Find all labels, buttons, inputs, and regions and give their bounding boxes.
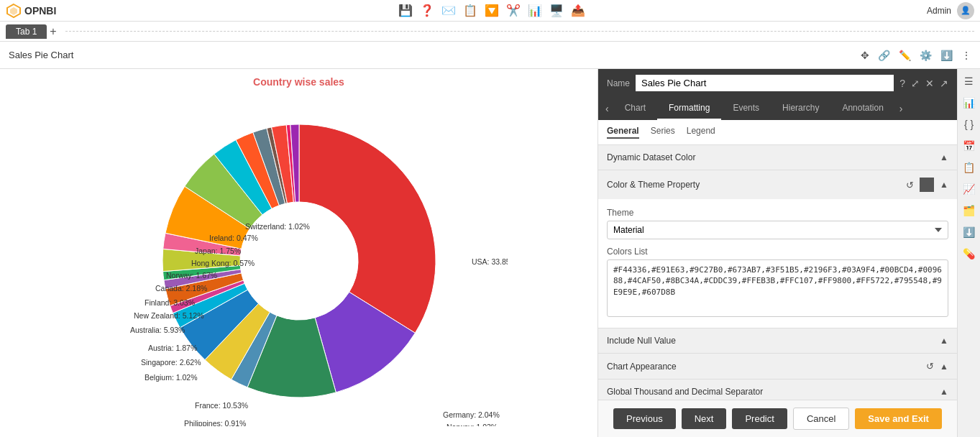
edit-icon[interactable]: ✏️ <box>899 50 911 61</box>
top-bar-right: Admin 👤 <box>927 2 974 19</box>
filter-icon[interactable]: 🔽 <box>485 4 499 17</box>
chart-appearance-refresh-icon[interactable]: ↺ <box>926 361 934 372</box>
panel-name-label: Name <box>607 78 630 88</box>
label-austria: Austria: 1.87% <box>148 344 197 352</box>
subtab-general[interactable]: General <box>607 126 639 139</box>
panel-name-input[interactable] <box>636 75 894 91</box>
history-icon[interactable]: 📋 <box>463 4 477 17</box>
label-newzealand: New Zealand: 5.12% <box>134 311 203 320</box>
tab-annotation[interactable]: Annotation <box>830 97 894 120</box>
label-philippines: Philippines: 0.91% <box>184 419 246 426</box>
strip-icon-3[interactable]: { } <box>962 116 976 132</box>
previous-button[interactable]: Previous <box>613 408 676 429</box>
strip-icon-4[interactable]: 📅 <box>961 138 977 154</box>
label-finland: Finland: 3.03% <box>145 298 195 307</box>
panel-close-icon[interactable]: ✕ <box>925 78 934 89</box>
link-icon[interactable]: 🔗 <box>878 50 890 61</box>
tab-hierarchy[interactable]: Hierarchy <box>771 97 830 120</box>
panel-tab-next-arrow[interactable]: › <box>895 97 907 120</box>
accordion-include-null: Include Null Value ▲ <box>598 328 957 354</box>
panel-tab-prev-arrow[interactable]: ‹ <box>601 97 613 120</box>
color-swatch <box>920 178 934 192</box>
label-singapore: Singapore: 2.62% <box>141 358 201 367</box>
subtab-legend[interactable]: Legend <box>687 126 715 139</box>
panel-footer: Previous Next Predict Cancel Save and Ex… <box>598 400 957 437</box>
mail-icon[interactable]: ✉️ <box>441 4 456 17</box>
settings-icon[interactable]: ⚙️ <box>920 50 932 61</box>
accordion-include-null-header[interactable]: Include Null Value ▲ <box>598 328 957 353</box>
chart-title: Country wise sales <box>0 76 597 88</box>
top-bar: OPNBI 💾 ❓ ✉️ 📋 🔽 ✂️ 📊 🖥️ 📤 Admin 👤 <box>0 0 980 22</box>
label-australia: Australia: 5.93% <box>130 326 185 334</box>
label-canada: Canada: 2.18% <box>155 284 207 293</box>
strip-icon-1[interactable]: ☰ <box>962 73 976 89</box>
chart-area: Country wise sales USA: 33.85% Spain: 11… <box>0 69 597 437</box>
right-strip: ☰ 📊 { } 📅 📋 📈 🗂️ ⬇️ 💊 <box>957 69 980 437</box>
screen-icon[interactable]: 🖥️ <box>549 4 564 17</box>
logo-icon <box>6 3 22 19</box>
accordion-chart-appearance-right: ↺ ▲ <box>926 361 948 372</box>
tab-chart[interactable]: Chart <box>613 97 657 120</box>
predict-button[interactable]: Predict <box>732 408 787 429</box>
accordion-dynamic-dataset: Dynamic Dataset Color ▲ <box>598 145 957 170</box>
tab-bar: Tab 1 + <box>0 22 980 42</box>
subtab-series[interactable]: Series <box>651 126 675 139</box>
save-exit-button[interactable]: Save and Exit <box>855 408 942 429</box>
strip-icon-6[interactable]: 📈 <box>961 181 977 197</box>
accordion-dynamic-dataset-header[interactable]: Dynamic Dataset Color ▲ <box>598 145 957 170</box>
move-icon[interactable]: ✥ <box>861 50 869 61</box>
strip-icon-7[interactable]: 🗂️ <box>961 203 977 218</box>
scissors-icon[interactable]: ✂️ <box>506 4 521 17</box>
color-theme-refresh-icon[interactable]: ↺ <box>906 180 914 190</box>
strip-icon-8[interactable]: ⬇️ <box>961 224 977 240</box>
panel-arrow-icon[interactable]: ↗ <box>940 78 948 89</box>
color-theme-label: Color & Theme Property <box>607 180 700 190</box>
strip-icon-2[interactable]: 📊 <box>961 95 977 111</box>
table-icon[interactable]: 📊 <box>528 4 542 17</box>
theme-label: Theme <box>607 208 948 218</box>
accordion-color-theme-header[interactable]: Color & Theme Property ↺ ▲ <box>598 170 957 199</box>
strip-icon-5[interactable]: 📋 <box>961 160 977 175</box>
avatar: 👤 <box>957 2 974 19</box>
cancel-button[interactable]: Cancel <box>793 408 849 430</box>
accordion-global-separator-header[interactable]: Global Thousand and Decimal Separator ▲ <box>598 380 957 400</box>
label-belgium: Belgium: 1.02% <box>145 373 198 382</box>
strip-icon-9[interactable]: 💊 <box>961 246 977 262</box>
tab-add-button[interactable]: + <box>50 25 56 38</box>
svg-point-2 <box>240 202 358 320</box>
label-france: France: 10.53% <box>195 401 248 410</box>
main-layout: Country wise sales USA: 33.85% Spain: 11… <box>0 69 980 437</box>
include-null-label: Include Null Value <box>607 336 676 346</box>
label-ireland: Ireland: 0.47% <box>209 234 258 242</box>
toolbar: Sales Pie Chart ✥ 🔗 ✏️ ⚙️ ⬇️ ⋮ <box>0 42 980 69</box>
collapse-icon-appearance: ▲ <box>940 362 948 372</box>
top-bar-left: OPNBI <box>6 3 56 19</box>
save-icon[interactable]: 💾 <box>398 4 413 17</box>
theme-select[interactable]: Material Classic Dark Light <box>607 221 948 239</box>
label-germany: Germany: 2.04% <box>443 410 500 419</box>
panel-resize-icon[interactable]: ⤢ <box>911 78 920 89</box>
tab-1[interactable]: Tab 1 <box>6 24 47 39</box>
next-button[interactable]: Next <box>682 408 727 429</box>
colors-list-textarea[interactable]: #F44336,#E91E63,#9C27B0,#673AB7,#3F51B5,… <box>607 259 948 317</box>
download-icon[interactable]: ⬇️ <box>940 50 953 61</box>
export-icon[interactable]: 📤 <box>571 4 585 17</box>
panel-help-icon[interactable]: ? <box>899 78 905 89</box>
help-icon[interactable]: ❓ <box>420 4 434 17</box>
collapse-icon-separator: ▲ <box>940 387 948 397</box>
chart-container: USA: 33.85% Spain: 11.8% France: 10.53% … <box>0 88 597 434</box>
svg-marker-1 <box>10 7 17 15</box>
collapse-icon-color: ▲ <box>940 180 948 190</box>
tab-formatting[interactable]: Formatting <box>657 97 721 120</box>
label-usa: USA: 33.85% <box>472 257 508 266</box>
tab-events[interactable]: Events <box>721 97 771 120</box>
more-icon[interactable]: ⋮ <box>961 50 971 61</box>
panel-tabs: ‹ Chart Formatting Events Hierarchy Anno… <box>598 97 957 120</box>
accordion-chart-appearance: Chart Appearance ↺ ▲ <box>598 354 957 380</box>
label-japan: Japan: 1.75% <box>195 247 241 255</box>
panel-content: Dynamic Dataset Color ▲ Color & Theme Pr… <box>598 145 957 400</box>
accordion-chart-appearance-header[interactable]: Chart Appearance ↺ ▲ <box>598 354 957 379</box>
dynamic-dataset-label: Dynamic Dataset Color <box>607 152 695 162</box>
chart-appearance-label: Chart Appearance <box>607 362 677 372</box>
right-panel: Name ? ⤢ ✕ ↗ ‹ Chart Formatting Events H… <box>597 69 957 437</box>
